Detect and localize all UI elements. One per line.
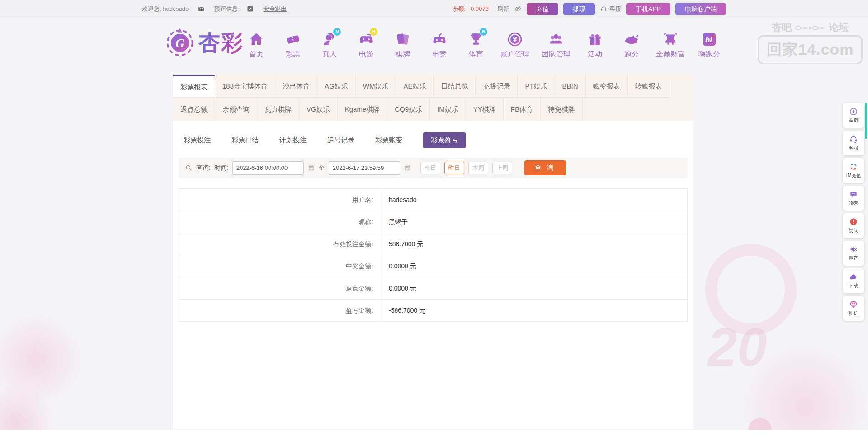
- nav-item-label: 跑分: [624, 50, 639, 59]
- side-tool-首页[interactable]: 首页: [843, 103, 864, 128]
- eye-off-icon[interactable]: [514, 5, 522, 13]
- tab-余额查询[interactable]: 余额查询: [215, 98, 257, 121]
- tab-PT娱乐[interactable]: PT娱乐: [518, 75, 555, 98]
- calendar-icon[interactable]: [307, 164, 315, 172]
- nav-item-跑分[interactable]: 跑分: [619, 31, 644, 59]
- row-label: 盈亏金额:: [179, 300, 382, 321]
- subtab-彩票盈亏[interactable]: 彩票盈亏: [423, 132, 466, 148]
- subtab-追号记录[interactable]: 追号记录: [327, 132, 354, 148]
- quick-range-今日[interactable]: 今日: [420, 162, 440, 174]
- svg-text:G: G: [175, 36, 184, 50]
- side-tool-下载[interactable]: 下载: [843, 268, 864, 293]
- tab-AG娱乐[interactable]: AG娱乐: [317, 75, 356, 98]
- nav-item-彩票[interactable]: 彩票: [281, 31, 305, 59]
- quick-range-上周[interactable]: 上周: [492, 162, 512, 174]
- nav-item-体育[interactable]: N体育: [464, 31, 488, 59]
- side-tool-label: 聊天: [849, 200, 859, 206]
- nav-item-活动[interactable]: 活动: [583, 31, 607, 59]
- side-tool-声音[interactable]: 声音: [843, 241, 864, 266]
- lottery-subtabs: 彩票投注彩票日结计划投注追号记录彩票账变彩票盈亏: [184, 132, 693, 148]
- side-tool-label: 客服: [849, 145, 859, 151]
- table-row: 返点金额:0.0000 元: [179, 277, 687, 300]
- envelope-icon[interactable]: [198, 5, 205, 13]
- row-value: 0.0000 元: [382, 277, 416, 299]
- tab-充提记录[interactable]: 充提记录: [476, 75, 518, 98]
- tab-日结总览[interactable]: 日结总览: [434, 75, 476, 98]
- row-value: 黑蝎子: [382, 211, 408, 233]
- main-panel: 彩票报表188金宝博体育沙巴体育AG娱乐WM娱乐AE娱乐日结总览充提记录PT娱乐…: [173, 75, 693, 429]
- logout-link[interactable]: 安全退出: [263, 5, 287, 13]
- edit-icon[interactable]: [246, 5, 254, 13]
- row-value: 0.0000 元: [382, 255, 416, 277]
- scrollbar-thumb[interactable]: [865, 103, 867, 139]
- tab-BBIN[interactable]: BBIN: [555, 75, 586, 98]
- query-submit-button[interactable]: 查 询: [524, 160, 566, 175]
- decor-numeral: 20: [708, 316, 767, 378]
- nav-badge-N: N: [480, 28, 487, 36]
- nav-item-电竞[interactable]: 电竞: [427, 31, 452, 59]
- tab-返点总额[interactable]: 返点总额: [173, 98, 215, 121]
- side-tool-挂机[interactable]: 挂机: [843, 296, 864, 321]
- nav-item-金鼎财富[interactable]: 金鼎财富: [656, 31, 685, 59]
- nav-item-棋牌[interactable]: 棋牌: [391, 31, 415, 59]
- calendar-icon[interactable]: [404, 164, 411, 172]
- nav-item-label: 金鼎财富: [656, 50, 685, 59]
- tab-FB体育[interactable]: FB体育: [504, 98, 541, 121]
- mobile-app-button[interactable]: 手机APP: [626, 3, 670, 15]
- row-label: 返点金额:: [179, 277, 382, 299]
- tab-账变报表[interactable]: 账变报表: [586, 75, 628, 98]
- side-tool-聊天[interactable]: 聊天: [843, 186, 864, 211]
- tab-YY棋牌[interactable]: YY棋牌: [466, 98, 504, 121]
- site-logo[interactable]: G 杏彩: [165, 28, 244, 58]
- tab-AE娱乐[interactable]: AE娱乐: [396, 75, 434, 98]
- tab-特免棋牌[interactable]: 特免棋牌: [541, 98, 583, 121]
- search-icon: [185, 164, 193, 172]
- tab-彩票报表[interactable]: 彩票报表: [173, 75, 215, 98]
- start-time-input[interactable]: [232, 161, 304, 175]
- coin-icon: ¥: [506, 31, 524, 48]
- tab-转账报表[interactable]: 转账报表: [628, 75, 670, 98]
- row-label: 中奖金额:: [179, 255, 382, 277]
- circle-up-icon: [849, 107, 858, 116]
- side-toolbar: 首页客服IM充值聊天疑问声音下载挂机: [843, 103, 864, 321]
- tab-188金宝博体育[interactable]: 188金宝博体育: [215, 75, 275, 98]
- tab-VG娱乐[interactable]: VG娱乐: [299, 98, 338, 121]
- nav-item-嗨跑分[interactable]: hi嗨跑分: [697, 31, 722, 59]
- nav-item-首页[interactable]: 首页: [244, 31, 269, 59]
- hi-app-icon: hi: [701, 31, 718, 48]
- quick-range-昨日[interactable]: 昨日: [444, 162, 464, 174]
- nav-item-真人[interactable]: N真人: [317, 31, 342, 59]
- tab-Kgame棋牌[interactable]: Kgame棋牌: [338, 98, 388, 121]
- ding-icon: [662, 31, 679, 48]
- side-tool-label: 挂机: [849, 310, 859, 316]
- pc-client-button[interactable]: 电脑客户端: [675, 3, 726, 15]
- report-tabstrip: 彩票报表188金宝博体育沙巴体育AG娱乐WM娱乐AE娱乐日结总览充提记录PT娱乐…: [173, 75, 693, 121]
- subtab-彩票账变[interactable]: 彩票账变: [375, 132, 402, 148]
- side-tool-疑问[interactable]: 疑问: [843, 213, 864, 238]
- refresh-link[interactable]: 刷新: [497, 5, 509, 13]
- recharge-button[interactable]: 充值: [527, 3, 558, 15]
- logo-text: 杏彩: [198, 28, 244, 57]
- withdraw-button[interactable]: 提现: [563, 3, 595, 15]
- nav-item-label: 电游: [359, 50, 373, 59]
- nav-item-电游[interactable]: H电游: [354, 31, 378, 59]
- time-label: 时间:: [214, 164, 229, 172]
- tab-IM娱乐[interactable]: IM娱乐: [430, 98, 466, 121]
- nav-item-账户管理[interactable]: ¥账户管理: [500, 31, 529, 59]
- quick-range-本周[interactable]: 本周: [468, 162, 488, 174]
- side-tool-客服[interactable]: 客服: [843, 131, 864, 155]
- subtab-彩票日结[interactable]: 彩票日结: [231, 132, 259, 148]
- tab-沙巴体育[interactable]: 沙巴体育: [275, 75, 317, 98]
- service-link[interactable]: 客服: [600, 5, 621, 13]
- end-time-input[interactable]: [329, 161, 400, 175]
- decor-circle: [741, 343, 868, 436]
- nav-item-团队管理[interactable]: 团队管理: [542, 31, 571, 59]
- subtab-计划投注[interactable]: 计划投注: [279, 132, 307, 148]
- to-label: 至: [319, 164, 325, 172]
- tab-WM娱乐[interactable]: WM娱乐: [356, 75, 396, 98]
- tab-CQ9娱乐[interactable]: CQ9娱乐: [387, 98, 430, 121]
- tab-瓦力棋牌[interactable]: 瓦力棋牌: [257, 98, 299, 121]
- side-tool-IM充值[interactable]: IM充值: [843, 158, 864, 183]
- nav-item-label: 嗨跑分: [698, 50, 720, 59]
- subtab-彩票投注[interactable]: 彩票投注: [184, 132, 211, 148]
